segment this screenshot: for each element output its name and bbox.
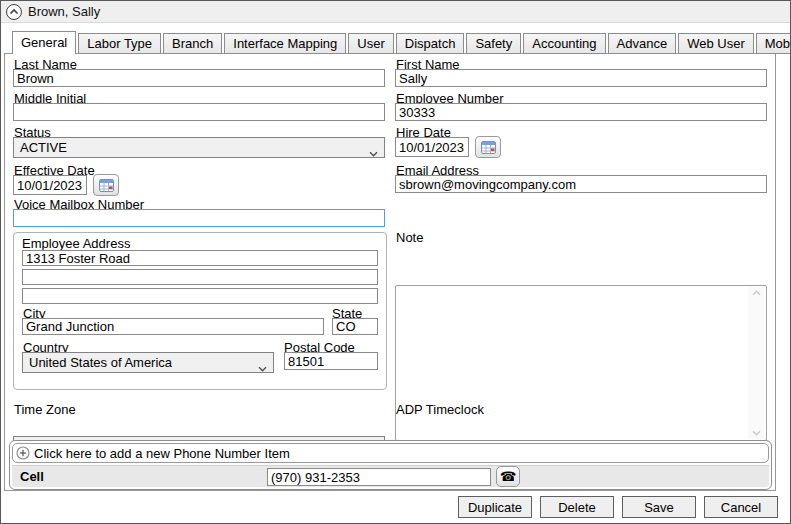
employee-address-group: Employee Address City State Country Post… — [13, 232, 387, 390]
country-dropdown[interactable]: United States of America — [22, 352, 274, 373]
postal-code-input[interactable] — [284, 352, 378, 370]
effective-date-input[interactable] — [13, 175, 87, 195]
footer-button-bar: Duplicate Delete Save Cancel — [458, 496, 778, 518]
tab-dispatch[interactable]: Dispatch — [396, 33, 465, 54]
plus-circle-icon — [16, 446, 30, 460]
dial-phone-button[interactable]: ☎ — [496, 466, 520, 487]
first-name-input[interactable] — [395, 69, 767, 87]
delete-button[interactable]: Delete — [540, 496, 614, 518]
last-name-input[interactable] — [13, 69, 385, 87]
address-line1-input[interactable] — [22, 250, 378, 266]
hire-date-input[interactable] — [395, 137, 469, 157]
employee-name-title: Brown, Sally — [28, 4, 100, 19]
cancel-button[interactable]: Cancel — [704, 496, 778, 518]
phone-number-input[interactable] — [267, 468, 491, 486]
middle-initial-input[interactable] — [13, 103, 385, 121]
address-line2-input[interactable] — [22, 269, 378, 285]
scroll-up-icon[interactable] — [752, 290, 761, 296]
adp-timeclock-label: ADP Timeclock — [396, 402, 484, 417]
calendar-icon — [481, 140, 496, 154]
header-bar: Brown, Sally — [1, 1, 790, 23]
chevron-down-icon — [369, 145, 378, 158]
chevron-down-icon — [258, 360, 267, 373]
chevron-up-icon — [9, 8, 19, 16]
calendar-icon — [99, 178, 114, 192]
status-dropdown[interactable]: ACTIVE — [13, 137, 385, 158]
phone-number-list: Click here to add a new Phone Number Ite… — [9, 440, 772, 490]
save-button[interactable]: Save — [622, 496, 696, 518]
email-address-input[interactable] — [395, 175, 767, 193]
employee-number-input[interactable] — [395, 103, 767, 121]
employee-editor-window: Brown, Sally General Labor Type Branch I… — [0, 0, 791, 524]
telephone-icon: ☎ — [500, 470, 516, 483]
phone-type-label: Cell — [20, 469, 44, 484]
tab-strip: General Labor Type Branch Interface Mapp… — [12, 31, 791, 54]
status-value: ACTIVE — [20, 140, 67, 155]
tab-user[interactable]: User — [348, 33, 393, 54]
address-line3-input[interactable] — [22, 288, 378, 304]
effective-date-calendar-button[interactable] — [93, 174, 119, 196]
employee-address-group-label: Employee Address — [22, 236, 130, 251]
voice-mailbox-input[interactable] — [13, 209, 385, 227]
tab-web-user[interactable]: Web User — [678, 33, 754, 54]
add-phone-number-label: Click here to add a new Phone Number Ite… — [34, 446, 290, 461]
hire-date-calendar-button[interactable] — [475, 136, 501, 158]
tab-advance[interactable]: Advance — [608, 33, 677, 54]
country-value: United States of America — [29, 355, 172, 370]
state-input[interactable] — [332, 318, 378, 335]
time-zone-label: Time Zone — [14, 402, 76, 417]
tab-interface-mapping[interactable]: Interface Mapping — [224, 33, 346, 54]
tab-labor-type[interactable]: Labor Type — [78, 33, 161, 54]
city-input[interactable] — [22, 318, 324, 335]
tab-general[interactable]: General — [12, 31, 76, 54]
note-textarea[interactable] — [395, 285, 767, 441]
note-label: Note — [396, 230, 423, 245]
tab-safety[interactable]: Safety — [466, 33, 521, 54]
note-scrollbar[interactable] — [748, 287, 765, 439]
tab-mobile-user[interactable]: Mobile User — [756, 33, 791, 54]
collapse-button[interactable] — [6, 4, 22, 20]
add-phone-number-button[interactable]: Click here to add a new Phone Number Ite… — [12, 443, 769, 463]
duplicate-button[interactable]: Duplicate — [458, 496, 532, 518]
tab-branch[interactable]: Branch — [163, 33, 222, 54]
tab-accounting[interactable]: Accounting — [523, 33, 605, 54]
scroll-down-icon[interactable] — [752, 430, 761, 436]
phone-item-row[interactable]: Cell ☎ — [12, 465, 769, 487]
general-tab-panel: Last Name Middle Initial Status ACTIVE E… — [4, 53, 776, 491]
